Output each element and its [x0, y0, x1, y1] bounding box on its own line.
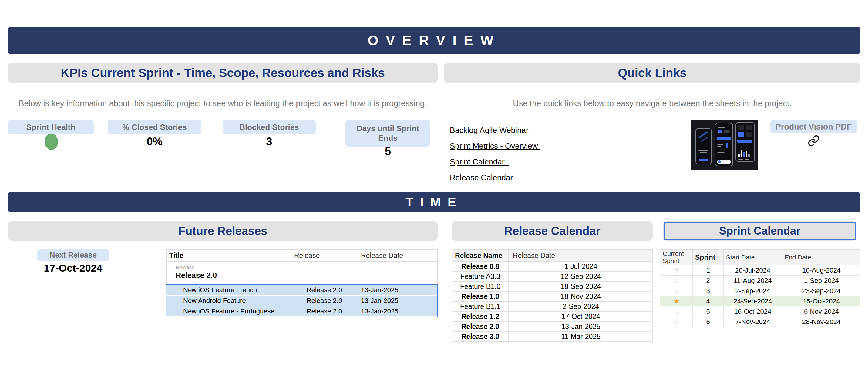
table-row[interactable]: Feature B1.1 2-Sep-2024	[452, 302, 653, 312]
cell-end-date[interactable]: 23-Sep-2024	[782, 286, 861, 296]
table-row[interactable]: Feature A3.3 12-Sep-2024	[452, 272, 653, 282]
cell-sprint[interactable]: 4	[693, 296, 724, 306]
header-end-date[interactable]: End Date	[782, 250, 861, 265]
cell-title[interactable]: New iOS Feature French	[166, 285, 291, 295]
cell-release[interactable]: Release 2.0	[291, 285, 358, 295]
kpi-sprint-health-label: Sprint Health	[8, 120, 94, 135]
cell-release-date[interactable]: 2-Sep-2024	[508, 302, 653, 311]
table-row[interactable]: Release 2.0 13-Jan-2025	[452, 322, 653, 332]
star-icon[interactable]: ☆	[660, 307, 693, 316]
group-label: Release	[176, 265, 437, 271]
star-icon[interactable]: ☆	[660, 286, 693, 296]
cell-end-date[interactable]: 10-Aug-2024	[782, 265, 861, 275]
table-row[interactable]: New iOS Feature - Portuguese Release 2.0…	[166, 306, 437, 317]
kpi-closed-stories-label: % Closed Stories	[108, 120, 202, 135]
cell-sprint[interactable]: 6	[693, 317, 724, 327]
cell-release-date[interactable]: 12-Sep-2024	[508, 272, 653, 281]
table-row-current-sprint[interactable]: ★ 4 24-Sep-2024 15-Oct-2024	[660, 296, 860, 307]
cell-start-date[interactable]: 16-Oct-2024	[724, 307, 782, 316]
cell-start-date[interactable]: 11-Aug-2024	[724, 276, 782, 286]
cell-end-date[interactable]: 1-Sep-2024	[782, 276, 861, 286]
phone-mockup-3-icon	[736, 122, 755, 162]
header-sprint[interactable]: Sprint	[693, 250, 724, 265]
release-group-row[interactable]: Release Release 2.0	[166, 262, 438, 284]
future-releases-rows: New iOS Feature French Release 2.0 13-Ja…	[166, 284, 438, 317]
cell-end-date[interactable]: 6-Nov-2024	[782, 307, 861, 316]
cell-date[interactable]: 13-Jan-2025	[358, 285, 437, 295]
header-start-date[interactable]: Start Date	[724, 250, 782, 265]
cell-release-date[interactable]: 1-Jul-2024	[508, 262, 653, 271]
table-row[interactable]: ☆ 6 7-Nov-2024 28-Nov-2024	[660, 317, 860, 327]
cell-title[interactable]: New Android Feature	[166, 295, 291, 306]
cell-release-date[interactable]: 18-Nov-2024	[508, 292, 653, 301]
table-row[interactable]: New iOS Feature French Release 2.0 13-Ja…	[166, 285, 437, 295]
cell-sprint[interactable]: 2	[693, 276, 724, 286]
cell-release-name[interactable]: Feature A3.3	[452, 272, 508, 281]
kpis-section-title: KPIs Current Sprint - Time, Scope, Resou…	[8, 63, 438, 83]
table-row[interactable]: Feature B1.0 18-Sep-2024	[452, 282, 653, 292]
cell-release-name[interactable]: Release 1.0	[452, 292, 508, 301]
header-title[interactable]: Title	[166, 250, 291, 261]
sprint-calendar-table: Current Sprint Sprint Start Date End Dat…	[660, 250, 860, 327]
cell-release-date[interactable]: 13-Jan-2025	[508, 322, 653, 331]
table-row[interactable]: ☆ 5 16-Oct-2024 6-Nov-2024	[660, 307, 860, 317]
cell-start-date[interactable]: 20-Jul-2024	[724, 265, 782, 275]
cell-start-date[interactable]: 24-Sep-2024	[724, 296, 782, 306]
table-row[interactable]: Release 1.0 18-Nov-2024	[452, 292, 653, 302]
cell-release-name[interactable]: Release 3.0	[452, 332, 508, 341]
kpi-days-until-sprint-ends-label: Days until Sprint Ends	[345, 120, 430, 147]
group-value: Release 2.0	[176, 271, 437, 280]
table-row[interactable]: ☆ 1 20-Jul-2024 10-Aug-2024	[660, 265, 860, 276]
cell-release-name[interactable]: Feature B1.0	[452, 282, 508, 291]
quick-link-release-calendar[interactable]: Release Calendar	[450, 173, 540, 182]
current-sprint-star-icon[interactable]: ★	[660, 296, 693, 306]
quick-link-backlog-agile-webinar[interactable]: Backlog Agile Webinar	[450, 125, 540, 135]
cell-start-date[interactable]: 7-Nov-2024	[724, 317, 782, 327]
cell-release-name[interactable]: Release 0.8	[452, 262, 508, 271]
future-releases-header-row: Title Release Release Date	[166, 250, 438, 262]
cell-sprint[interactable]: 3	[693, 286, 724, 296]
cell-release[interactable]: Release 2.0	[291, 306, 358, 316]
cell-start-date[interactable]: 2-Sep-2024	[724, 286, 782, 296]
cell-release-date[interactable]: 17-Oct-2024	[508, 312, 653, 321]
overview-dashboard: OVERVIEW KPIs Current Sprint - Time, Sco…	[0, 0, 868, 369]
cell-release[interactable]: Release 2.0	[291, 295, 358, 306]
cell-end-date[interactable]: 28-Nov-2024	[782, 317, 861, 327]
sprint-calendar-header-row: Current Sprint Sprint Start Date End Dat…	[660, 250, 860, 265]
header-release-name[interactable]: Release Name	[452, 250, 508, 261]
header-release[interactable]: Release	[291, 250, 358, 261]
cell-release-name[interactable]: Feature B1.1	[452, 302, 508, 311]
table-row[interactable]: ☆ 2 11-Aug-2024 1-Sep-2024	[660, 276, 860, 286]
kpi-blocked-stories-value: 3	[223, 135, 316, 148]
table-row[interactable]: ☆ 3 2-Sep-2024 23-Sep-2024	[660, 286, 860, 296]
cell-release-date[interactable]: 18-Sep-2024	[508, 282, 653, 291]
cell-release-date[interactable]: 11-Mar-2025	[508, 332, 653, 341]
star-icon[interactable]: ☆	[660, 265, 693, 275]
star-icon[interactable]: ☆	[660, 317, 693, 327]
cell-end-date[interactable]: 15-Oct-2024	[782, 296, 861, 306]
sprint-health-green-dot-icon	[44, 134, 58, 150]
header-release-date[interactable]: Release Date	[508, 250, 653, 261]
future-releases-section-title: Future Releases	[8, 221, 438, 240]
link-icon[interactable]	[808, 135, 820, 147]
sprint-calendar-section-title[interactable]: Sprint Calendar	[663, 221, 857, 240]
cell-date[interactable]: 13-Jan-2025	[358, 295, 437, 306]
table-row[interactable]: Release 3.0 11-Mar-2025	[452, 332, 653, 342]
cell-release-name[interactable]: Release 1.2	[452, 312, 508, 321]
table-row[interactable]: Release 1.2 17-Oct-2024	[452, 312, 653, 322]
sprint-calendar-title-text: Sprint Calendar	[719, 225, 800, 237]
table-row[interactable]: New Android Feature Release 2.0 13-Jan-2…	[166, 295, 437, 306]
table-row[interactable]: Release 0.8 1-Jul-2024	[452, 262, 653, 272]
cell-sprint[interactable]: 1	[693, 265, 724, 275]
star-icon[interactable]: ☆	[660, 276, 693, 286]
cell-title[interactable]: New iOS Feature - Portuguese	[166, 306, 291, 316]
cell-sprint[interactable]: 5	[693, 307, 724, 316]
cell-date[interactable]: 13-Jan-2025	[358, 306, 437, 316]
header-release-date[interactable]: Release Date	[358, 250, 438, 261]
header-current-sprint[interactable]: Current Sprint	[660, 250, 693, 265]
quick-link-sprint-calendar[interactable]: Sprint Calendar	[450, 157, 540, 167]
product-vision-thumbnail[interactable]	[691, 119, 758, 170]
product-vision-pdf-button[interactable]: Product Vision PDF	[770, 120, 857, 133]
cell-release-name[interactable]: Release 2.0	[452, 322, 508, 331]
quick-link-sprint-metrics-overview[interactable]: Sprint Metrics - Overview	[450, 141, 540, 151]
